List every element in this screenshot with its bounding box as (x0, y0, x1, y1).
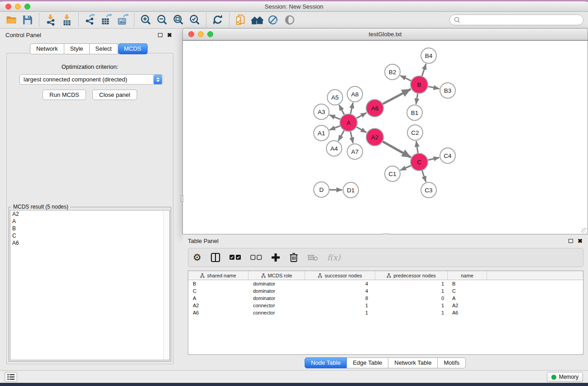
edge-C-C2[interactable] (416, 141, 418, 153)
graph-node-A[interactable]: A (340, 114, 357, 131)
run-mcds-button[interactable]: Run MCDS (43, 90, 86, 100)
import-table-button[interactable] (59, 13, 75, 27)
column-header-successor-nodes[interactable]: successor nodes (305, 271, 375, 280)
mcds-result-list[interactable]: A2ABCA6 (10, 210, 170, 360)
table-row[interactable]: A2connector11A2 (188, 302, 583, 309)
edge-B-B4[interactable] (422, 64, 426, 76)
mcds-result-item[interactable]: C (10, 232, 169, 239)
function-builder-button[interactable]: f(x) (327, 250, 340, 265)
zoom-out-button[interactable] (154, 13, 170, 27)
edge-A-A5[interactable] (339, 105, 344, 115)
column-header-MCDS-role[interactable]: MCDS role (249, 271, 305, 280)
graph-node-D[interactable]: D (314, 182, 329, 197)
split-divider-handle[interactable] (181, 195, 183, 202)
network-graph[interactable]: AA1A2A3A4A5A6A7A8BB1B2B3B4CC1C2C3C4DD1 (183, 41, 588, 234)
column-header-name[interactable]: name (448, 271, 487, 280)
zoom-in-button[interactable] (138, 13, 154, 27)
export-network-button[interactable] (82, 13, 98, 27)
edge-B-B1[interactable] (416, 94, 418, 104)
zoom-fit-button[interactable] (170, 13, 186, 27)
export-table-button[interactable] (98, 13, 115, 27)
zoom-selected-button[interactable] (186, 13, 203, 27)
save-session-button[interactable] (19, 13, 36, 27)
float-panel-icon[interactable] (569, 239, 573, 243)
memory-button[interactable]: Memory (547, 372, 583, 382)
graph-node-B1[interactable]: B1 (407, 105, 422, 120)
mcds-result-item[interactable]: B (10, 225, 169, 232)
graph-node-A3[interactable]: A3 (314, 104, 329, 119)
table-options-button[interactable]: ⚙ (193, 250, 201, 265)
close-panel-icon[interactable]: ✖ (578, 238, 583, 244)
graph-node-B4[interactable]: B4 (421, 48, 436, 63)
hide-style-button[interactable] (265, 13, 282, 27)
edge-B-B2[interactable] (400, 76, 411, 81)
open-session-button[interactable] (3, 13, 19, 27)
graph-node-C2[interactable]: C2 (407, 125, 423, 140)
select-all-button[interactable] (229, 250, 241, 265)
edge-A-A6[interactable] (357, 113, 367, 118)
tab-node-table[interactable]: Node Table (305, 357, 347, 368)
graph-node-C4[interactable]: C4 (440, 148, 455, 163)
tab-network-table[interactable]: Network Table (388, 357, 438, 368)
table-row[interactable]: Adominator80A (188, 295, 583, 302)
edge-A-A7[interactable] (350, 132, 353, 143)
show-columns-button[interactable] (210, 250, 220, 265)
criterion-dropdown[interactable]: largest connected component (directed) (19, 74, 163, 85)
delete-columns-button[interactable] (289, 250, 298, 265)
toolbar-search[interactable] (449, 14, 583, 25)
graph-node-D1[interactable]: D1 (343, 182, 359, 198)
create-column-button[interactable] (271, 250, 280, 265)
tab-edge-table[interactable]: Edge Table (347, 357, 388, 368)
close-panel-button[interactable]: Close panel (92, 90, 137, 100)
edge-A6-B[interactable] (383, 89, 411, 104)
new-network-from-selection-button[interactable] (233, 13, 249, 27)
graph-node-C3[interactable]: C3 (421, 182, 436, 198)
table-row[interactable]: Bdominator41B (188, 280, 583, 287)
edge-A-A4[interactable] (338, 130, 344, 141)
edge-A-A2[interactable] (357, 127, 367, 133)
graph-node-B2[interactable]: B2 (385, 64, 400, 80)
tab-motifs[interactable]: Motifs (438, 357, 466, 368)
graph-node-A6[interactable]: A6 (366, 100, 383, 117)
edge-C-C3[interactable] (422, 171, 425, 182)
graph-node-A5[interactable]: A5 (327, 90, 343, 105)
graph-node-B[interactable]: B (411, 76, 428, 93)
tab-mcds[interactable]: MCDS (118, 43, 148, 54)
resize-grip[interactable] (581, 228, 587, 234)
scrollbar-track[interactable] (163, 210, 169, 360)
delete-table-button[interactable] (307, 250, 318, 265)
graph-node-A4[interactable]: A4 (326, 141, 342, 156)
edge-B-B3[interactable] (428, 86, 440, 89)
graph-node-C1[interactable]: C1 (385, 166, 400, 181)
home-button[interactable] (249, 13, 265, 27)
edge-A2-C[interactable] (382, 142, 411, 157)
tab-network[interactable]: Network (30, 43, 64, 54)
mcds-result-item[interactable]: A6 (10, 239, 169, 247)
graph-node-A7[interactable]: A7 (347, 144, 363, 159)
graph-node-A1[interactable]: A1 (314, 125, 329, 141)
graph-node-B3[interactable]: B3 (440, 83, 455, 98)
graph-node-C[interactable]: C (411, 153, 428, 171)
show-details-button[interactable] (282, 13, 298, 27)
table-row[interactable]: A6connector11A6 (188, 309, 583, 316)
close-panel-icon[interactable]: ✖ (167, 32, 172, 38)
column-header-shared-name[interactable]: shared name (188, 271, 249, 280)
tab-select[interactable]: Select (90, 43, 118, 54)
edge-C-C1[interactable] (400, 166, 411, 170)
table-row[interactable]: Cdominator41C (188, 287, 583, 295)
edge-A-A8[interactable] (350, 103, 353, 114)
mcds-result-item[interactable]: A (10, 218, 169, 225)
graph-node-A8[interactable]: A8 (347, 86, 363, 102)
edge-A-A1[interactable] (330, 126, 340, 130)
edge-C-C4[interactable] (428, 157, 440, 160)
refresh-button[interactable] (210, 13, 226, 27)
edge-A-A3[interactable] (330, 115, 340, 119)
import-network-button[interactable] (43, 13, 59, 27)
column-header-predecessor-nodes[interactable]: predecessor nodes (375, 271, 448, 280)
tab-style[interactable]: Style (64, 43, 90, 54)
search-input[interactable] (463, 15, 583, 24)
export-image-button[interactable] (115, 13, 131, 27)
deselect-all-button[interactable] (250, 250, 262, 265)
graph-node-A2[interactable]: A2 (366, 129, 383, 146)
mcds-result-item[interactable]: A2 (10, 210, 169, 218)
